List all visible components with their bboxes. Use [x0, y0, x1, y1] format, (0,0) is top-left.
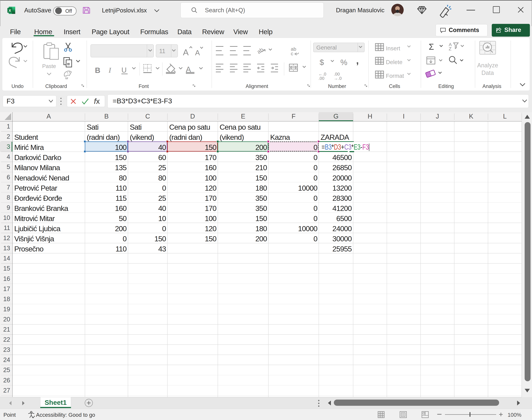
svg-text:Analyze: Analyze [477, 62, 498, 69]
svg-text:U: U [121, 66, 127, 74]
svg-text:A: A [183, 47, 189, 57]
svg-text:I: I [109, 66, 111, 74]
svg-text:Z: Z [449, 46, 452, 51]
svg-text:$: $ [320, 58, 324, 67]
svg-text:Data: Data [482, 70, 494, 76]
svg-text:c: c [291, 51, 293, 56]
svg-text:B: B [95, 66, 100, 75]
svg-text:Paste: Paste [42, 63, 56, 69]
svg-text:General: General [316, 44, 337, 51]
svg-text:%: % [340, 58, 347, 67]
svg-text:Σ: Σ [429, 42, 434, 51]
svg-text:Delete: Delete [386, 59, 402, 65]
svg-text:11: 11 [159, 48, 165, 54]
svg-text:.00: .00 [318, 76, 324, 81]
svg-text:Format: Format [386, 73, 404, 79]
svg-text:Insert: Insert [386, 45, 400, 51]
svg-text:A: A [195, 49, 200, 57]
svg-text:,: , [356, 55, 359, 66]
svg-text:→.0: →.0 [334, 76, 342, 81]
